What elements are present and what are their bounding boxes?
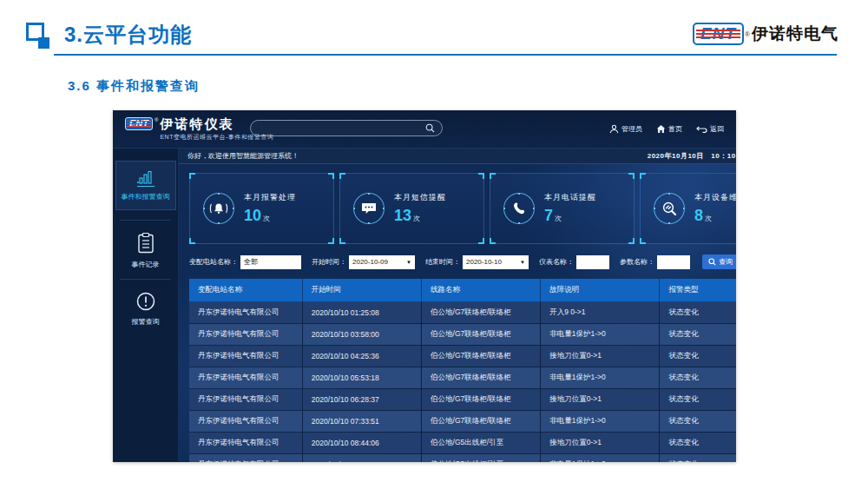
table-cell: 2020/10/10 01:25:08 — [302, 302, 421, 324]
back-arrow-icon — [696, 124, 707, 134]
table-cell: 2020/10/10 09:51:43 — [302, 454, 421, 463]
repair-wrench-icon — [654, 193, 685, 224]
chevron-down-icon: ▼ — [406, 260, 411, 265]
stat-unit: 次 — [555, 215, 562, 222]
table-cell: 2020/10/10 06:28:37 — [302, 389, 421, 411]
stat-label: 本月设备维修 — [694, 192, 736, 203]
dashboard-window: ENT ® 伊诺特仪表 ENT变电所运维云平台-事件和报警查询 管理 — [113, 110, 736, 462]
stat-value: 8 — [694, 207, 703, 224]
table-cell: 状态变化 — [660, 324, 736, 346]
stat-label: 本月短信提醒 — [394, 192, 446, 203]
datetime-display: 2020年10月10日 10：10：00 星期六 — [648, 151, 736, 161]
table-cell: 伯公地/G7联络柜/联络柜 — [422, 324, 541, 346]
back-button[interactable]: 返回 — [696, 124, 724, 134]
chevron-down-icon: ▼ — [520, 260, 525, 265]
column-header: 报警类型 — [660, 279, 736, 302]
table-row[interactable]: 丹东伊诺特电气有限公司2020/10/10 07:33:51伯公地/G7联络柜/… — [189, 411, 736, 433]
table-row[interactable]: 丹东伊诺特电气有限公司2020/10/10 05:53:18伯公地/G7联络柜/… — [189, 367, 736, 389]
home-icon — [656, 124, 666, 134]
stat-value: 13 — [394, 207, 411, 224]
table-cell: 2020/10/10 05:53:18 — [302, 367, 421, 389]
stat-unit: 次 — [263, 215, 270, 222]
search-icon[interactable] — [425, 123, 435, 133]
registered-mark: ® — [155, 117, 158, 122]
welcome-bar: 你好，欢迎使用智慧能源管理系统！ 2020年10月10日 10：10：00 星期… — [179, 149, 736, 164]
table-cell: 丹东伊诺特电气有限公司 — [189, 433, 302, 454]
table-cell: 伯公地/G5出线柜/引至 — [422, 454, 541, 463]
phone-icon — [503, 193, 535, 224]
stat-unit: 次 — [705, 215, 712, 222]
search-icon — [708, 258, 716, 266]
sidebar-item-alarm-query[interactable]: 报警查询 — [113, 289, 178, 327]
sidebar: 事件和报警查询 事件记录 报警查询 — [113, 149, 179, 461]
station-name-input[interactable] — [240, 255, 301, 269]
search-bar[interactable] — [250, 120, 443, 136]
start-time-label: 开始时间： — [312, 257, 346, 267]
table-cell: 状态变化 — [660, 433, 736, 454]
stat-card-alarm-handled: 本月报警处理 10次 — [189, 173, 334, 244]
table-cell: 丹东伊诺特电气有限公司 — [189, 454, 302, 463]
section-square-icon — [26, 23, 50, 49]
back-label: 返回 — [710, 124, 724, 134]
param-name-label: 参数名称： — [620, 257, 654, 267]
table-cell: 2020/10/10 07:33:51 — [302, 411, 421, 433]
registered-mark: ® — [745, 30, 750, 38]
table-cell: 伯公地/G7联络柜/联络柜 — [422, 389, 541, 411]
table-cell: 状态变化 — [660, 454, 736, 463]
sidebar-item-event-alarm-query[interactable]: 事件和报警查询 — [113, 161, 178, 210]
table-cell: 丹东伊诺特电气有限公司 — [189, 302, 302, 324]
alarm-table: 变配电站名称开始时间线路名称故障说明报警类型 丹东伊诺特电气有限公司2020/1… — [189, 279, 736, 462]
company-brand: ENT ® 伊诺特电气 — [693, 23, 838, 45]
ent-logo-small-icon: ENT — [125, 117, 153, 130]
company-name: 伊诺特电气 — [752, 23, 838, 45]
query-button[interactable]: 查询 — [702, 254, 736, 269]
table-cell: 非电量1保护1->0 — [541, 324, 660, 346]
table-cell: 开入9 0->1 — [541, 302, 660, 324]
start-time-value: 2020-10-09 — [352, 258, 388, 266]
home-label: 首页 — [668, 124, 682, 134]
table-row[interactable]: 丹东伊诺特电气有限公司2020/10/10 08:44:06伯公地/G5出线柜/… — [189, 433, 736, 454]
table-cell: 接地刀位置0->1 — [541, 346, 660, 367]
table-cell: 伯公地/G5出线柜/引至 — [422, 433, 541, 454]
alarm-table-body: 丹东伊诺特电气有限公司2020/10/10 01:25:08伯公地/G7联络柜/… — [189, 302, 736, 463]
table-cell: 丹东伊诺特电气有限公司 — [189, 389, 302, 411]
user-label: 管理员 — [621, 124, 642, 134]
sidebar-item-label: 报警查询 — [132, 317, 160, 327]
document-header: 3.云平台功能 ENT ® 伊诺特电气 — [26, 21, 838, 49]
clipboard-icon — [136, 232, 155, 254]
table-cell: 2020/10/10 08:44:06 — [302, 433, 421, 454]
table-cell: 非电量1保护1->0 — [541, 454, 660, 463]
search-input[interactable] — [258, 124, 425, 132]
table-cell: 丹东伊诺特电气有限公司 — [189, 346, 302, 367]
column-header: 线路名称 — [422, 279, 541, 302]
table-cell: 状态变化 — [660, 302, 736, 324]
table-row[interactable]: 丹东伊诺特电气有限公司2020/10/10 01:25:08伯公地/G7联络柜/… — [189, 302, 736, 324]
bar-chart-icon — [137, 170, 155, 187]
table-row[interactable]: 丹东伊诺特电气有限公司2020/10/10 09:51:43伯公地/G5出线柜/… — [189, 454, 736, 463]
stat-card-sms-reminders: 本月短信提醒 13次 — [339, 173, 484, 244]
alarm-bell-icon — [203, 193, 234, 224]
dashboard-main: 你好，欢迎使用智慧能源管理系统！ 2020年10月10日 10：10：00 星期… — [179, 149, 736, 461]
page: 3.云平台功能 ENT ® 伊诺特电气 3.6 事件和报警查询 ENT ® 伊诺… — [0, 0, 868, 489]
dashboard-topbar: ENT ® 伊诺特仪表 ENT变电所运维云平台-事件和报警查询 管理 — [113, 110, 736, 149]
stat-card-phone-reminders: 本月电话提醒 7次 — [490, 173, 635, 244]
stat-card-equipment-repair: 本月设备维修 8次 — [640, 173, 736, 244]
param-name-input[interactable] — [657, 255, 690, 269]
table-row[interactable]: 丹东伊诺特电气有限公司2020/10/10 06:28:37伯公地/G7联络柜/… — [189, 389, 736, 411]
table-cell: 伯公地/G7联络柜/联络柜 — [422, 346, 541, 367]
user-menu[interactable]: 管理员 — [609, 124, 642, 134]
subsection-title: 3.6 事件和报警查询 — [68, 78, 200, 95]
stat-unit: 次 — [413, 215, 420, 222]
table-row[interactable]: 丹东伊诺特电气有限公司2020/10/10 04:25:36伯公地/G7联络柜/… — [189, 346, 736, 367]
table-row[interactable]: 丹东伊诺特电气有限公司2020/10/10 03:58:00伯公地/G7联络柜/… — [189, 324, 736, 346]
start-time-select[interactable]: 2020-10-09 ▼ — [349, 255, 415, 269]
home-button[interactable]: 首页 — [656, 124, 682, 134]
end-time-select[interactable]: 2020-10-10 ▼ — [463, 255, 529, 269]
sidebar-item-event-records[interactable]: 事件记录 — [113, 230, 178, 269]
stat-cards: 本月报警处理 10次 本月短信提醒 13次 — [189, 173, 736, 244]
meter-name-input[interactable] — [576, 255, 609, 269]
query-button-label: 查询 — [719, 257, 733, 267]
column-header: 变配电站名称 — [189, 279, 302, 302]
sidebar-item-label: 事件和报警查询 — [122, 192, 170, 202]
welcome-message: 你好，欢迎使用智慧能源管理系统！ — [187, 151, 299, 161]
